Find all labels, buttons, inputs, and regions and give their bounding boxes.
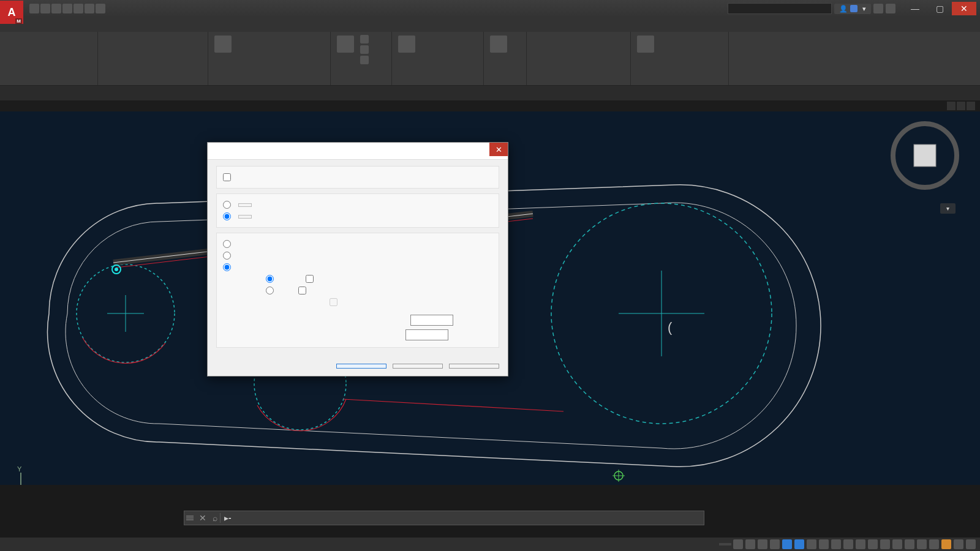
auto-opt-radio[interactable] <box>223 263 233 271</box>
shaft-small-tool[interactable] <box>359 55 370 65</box>
required-links-input[interactable] <box>405 329 448 340</box>
close-button[interactable]: ✕ <box>952 2 976 15</box>
vp-close-icon[interactable] <box>967 102 975 110</box>
app-logo[interactable]: A <box>0 1 23 24</box>
qat-new-icon[interactable] <box>29 4 39 13</box>
cmdline-search-icon[interactable]: ⌕ <box>210 513 220 523</box>
status-hw-icon[interactable] <box>941 539 951 549</box>
title-bar: A 👤▾ — ▢ ✕ <box>0 0 980 17</box>
signin-icon: 👤 <box>839 5 848 13</box>
status-osnap-icon[interactable] <box>782 539 792 549</box>
panel-title-parts <box>396 81 480 84</box>
status-sc-icon[interactable] <box>843 539 853 549</box>
svg-point-8 <box>115 268 118 271</box>
new-tangent-checkbox[interactable] <box>223 171 492 183</box>
belt-library-button <box>238 203 252 207</box>
status-ortho-icon[interactable] <box>758 539 767 549</box>
move-radio[interactable] <box>266 275 276 283</box>
panel-title-library <box>4 81 94 84</box>
chain-library-button[interactable] <box>238 215 252 219</box>
command-line[interactable]: ✕ ⌕ ▸- <box>184 511 704 525</box>
status-clean-icon[interactable] <box>954 539 963 549</box>
move-manual-radio[interactable] <box>223 240 233 248</box>
status-lwt-icon[interactable] <box>807 539 816 549</box>
minimize-button[interactable]: — <box>903 2 927 15</box>
cmdline-close-icon[interactable]: ✕ <box>195 513 210 523</box>
steel-shapes-tool[interactable] <box>396 34 418 55</box>
status-bar <box>0 538 980 551</box>
status-qp-icon[interactable] <box>831 539 841 549</box>
chain-radio[interactable] <box>223 212 233 220</box>
qat-redo-icon[interactable] <box>96 4 105 13</box>
help-icon[interactable] <box>886 4 895 13</box>
belt-chain-dialog: ✕ <box>207 142 508 377</box>
status-custom-icon[interactable] <box>966 539 976 549</box>
panel-title-holes[interactable] <box>212 81 326 84</box>
center-rotation-checkbox <box>330 298 340 306</box>
shaft-small-tool[interactable] <box>359 45 370 54</box>
window-title <box>109 4 728 13</box>
status-snap-icon[interactable] <box>745 539 755 549</box>
status-grid-icon[interactable] <box>733 539 743 549</box>
svg-text:(: ( <box>668 320 673 335</box>
vp-maximize-icon[interactable] <box>957 102 965 110</box>
through-hole-tool[interactable] <box>212 34 234 55</box>
nav-cube[interactable] <box>888 119 962 192</box>
viewport-header <box>0 100 980 111</box>
status-units-icon[interactable] <box>905 539 914 549</box>
quick-access-toolbar <box>26 4 109 13</box>
cmdline-grip-icon[interactable] <box>184 514 195 522</box>
status-anno-icon[interactable] <box>880 539 890 549</box>
svg-rect-14 <box>914 144 936 167</box>
fea-tool[interactable] <box>635 34 657 55</box>
shaft-small-tool[interactable] <box>359 34 370 44</box>
command-prompt: ▸- <box>220 513 235 523</box>
status-am-icon[interactable] <box>856 539 865 549</box>
ribbon <box>0 32 980 86</box>
wcs-badge[interactable]: ▾ <box>940 203 956 214</box>
panel-title-fasteners <box>102 81 204 84</box>
qat-plot-icon[interactable] <box>74 4 83 13</box>
ribbon-tabs <box>0 17 980 32</box>
status-lock-icon[interactable] <box>929 539 939 549</box>
qat-saveas-icon[interactable] <box>62 4 72 13</box>
status-iso-icon[interactable] <box>868 539 878 549</box>
direction-move-checkbox[interactable] <box>298 287 309 294</box>
sprocket-move-checkbox[interactable] <box>306 275 316 283</box>
motors-tool[interactable] <box>488 34 510 55</box>
status-polar-icon[interactable] <box>770 539 780 549</box>
user-menu[interactable]: 👤▾ <box>834 4 871 14</box>
vp-minimize-icon[interactable] <box>947 102 956 110</box>
length-calc-radio[interactable] <box>223 252 233 260</box>
shaft-generator-tool[interactable] <box>334 34 356 55</box>
cancel-button[interactable] <box>393 364 443 369</box>
rotation-radio[interactable] <box>266 287 276 294</box>
panel-title-calculation[interactable] <box>635 81 725 84</box>
maximize-button[interactable]: ▢ <box>927 2 952 15</box>
exchange-icon[interactable] <box>873 4 883 13</box>
dialog-title-bar[interactable]: ✕ <box>208 143 508 160</box>
ok-button[interactable] <box>336 364 386 369</box>
status-otrack-icon[interactable] <box>794 539 804 549</box>
status-model[interactable] <box>719 543 731 545</box>
dialog-close-button[interactable]: ✕ <box>489 143 508 156</box>
help-button[interactable] <box>449 364 499 369</box>
svg-text:Y: Y <box>17 465 22 473</box>
required-length-input[interactable] <box>410 315 453 326</box>
qat-save-icon[interactable] <box>51 4 61 13</box>
status-quick-icon[interactable] <box>917 539 927 549</box>
qat-open-icon[interactable] <box>40 4 50 13</box>
panel-title-shaft[interactable] <box>334 81 388 84</box>
panel-title-tools <box>530 81 627 84</box>
search-input[interactable] <box>728 3 832 14</box>
belt-radio[interactable] <box>223 201 233 209</box>
status-ws-icon[interactable] <box>892 539 902 549</box>
status-trans-icon[interactable] <box>819 539 829 549</box>
qat-undo-icon[interactable] <box>85 4 94 13</box>
document-tabs <box>0 86 980 100</box>
panel-title-motors <box>488 81 522 84</box>
